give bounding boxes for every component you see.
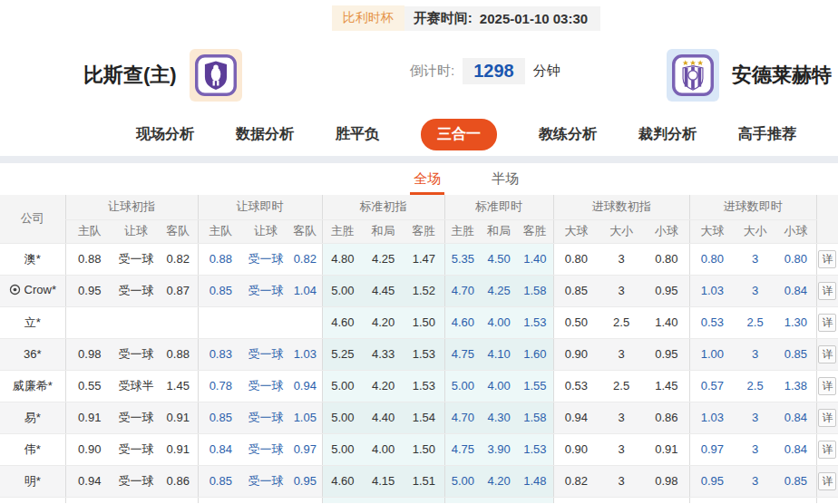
- odds-cell-std_initial-0: 5.25: [322, 338, 363, 370]
- odds-cell-goals_initial-1: 3: [599, 465, 644, 497]
- away-team-badge: [667, 49, 719, 102]
- sub-header-handicap_live-1: 让球: [243, 219, 288, 243]
- odds-cell-handicap_initial-2: 0.87: [159, 275, 198, 306]
- sub-header-std_initial-1: 和局: [363, 219, 404, 243]
- odds-cell-goals_initial-1: 3: [599, 338, 644, 370]
- detail-button[interactable]: 详: [818, 250, 836, 268]
- odds-cell-std_live-1: 4.50: [481, 243, 517, 275]
- sub-header-std_initial-0: 主胜: [322, 219, 363, 243]
- detail-button[interactable]: 详: [818, 345, 836, 363]
- odds-cell-std_live-1: 4.30: [481, 402, 517, 433]
- odds-cell-std_live-2: 1.58: [517, 402, 553, 433]
- odds-cell-handicap_live-1: 受一球: [243, 275, 288, 306]
- nav-tab-2[interactable]: 胜平负: [336, 125, 379, 144]
- nav-tab-0[interactable]: 现场分析: [136, 125, 194, 144]
- odds-row-易*: 易*0.91受一球0.910.85受一球1.055.004.401.544.70…: [0, 402, 838, 433]
- kickoff-value: 2025-01-10 03:30: [480, 11, 588, 26]
- sub-header-handicap_initial-2: 客队: [159, 219, 198, 243]
- odds-cell-handicap_live-0: 0.85: [198, 465, 243, 497]
- odds-cell-goals_live-2: 0.84: [775, 433, 816, 465]
- odds-cell-handicap_initial-1: [113, 306, 159, 338]
- target-icon: [9, 284, 21, 296]
- odds-cell-handicap_initial-0: 0.91: [65, 402, 113, 433]
- odds-cell-handicap_live-0: 0.88: [198, 243, 243, 275]
- match-info-bar: 比利时杯 开赛时间: 2025-01-10 03:30: [0, 0, 838, 36]
- nav-tab-3[interactable]: 三合一: [421, 119, 497, 150]
- odds-cell-handicap_initial-2: 0.82: [159, 243, 198, 275]
- odds-cell-std_initial-2: 1.53: [404, 370, 444, 402]
- odds-cell-handicap_live-0: 0.85: [198, 275, 243, 306]
- odds-cell-std_initial-0: 4.60: [322, 306, 363, 338]
- odds-cell-goals_live-1: 2.5: [735, 370, 775, 402]
- detail-button[interactable]: 详: [818, 377, 836, 395]
- odds-cell-std_live-1: 4.10: [481, 338, 517, 370]
- odds-cell-handicap_initial-0: 0.98: [65, 338, 113, 370]
- detail-cell: 详: [816, 275, 838, 306]
- sub-header-handicap_initial-1: 让球: [113, 219, 159, 243]
- odds-cell-goals_initial-0: 0.94: [553, 402, 599, 433]
- odds-cell-handicap_initial-2: 0.91: [159, 433, 198, 465]
- odds-cell-handicap_initial-0: 0.55: [65, 370, 113, 402]
- odds-cell-std_initial-2: 1.50: [404, 306, 444, 338]
- odds-cell-std_live-0: 5.35: [444, 243, 481, 275]
- detail-button[interactable]: 详: [818, 441, 836, 459]
- nav-tab-5[interactable]: 裁判分析: [638, 125, 697, 144]
- detail-button[interactable]: 详: [818, 472, 836, 490]
- odds-row-伟*: 伟*0.90受一球0.910.84受一球0.975.004.001.504.75…: [0, 433, 838, 465]
- odds-cell-handicap_live-1: 受一球: [243, 243, 288, 275]
- detail-button[interactable]: 详: [818, 314, 836, 332]
- odds-cell-goals_initial-2: 0.95: [644, 338, 689, 370]
- odds-cell-std_initial-0: 4.60: [322, 465, 363, 497]
- odds-cell-std_live-2: 1.48: [517, 465, 553, 497]
- sub-header-handicap_live-0: 主队: [198, 219, 243, 243]
- odds-cell-goals_live-1: 3: [735, 465, 775, 497]
- odds-cell-std_live-0: 4.70: [444, 402, 481, 433]
- odds-cell-std_initial-2: 1.54: [404, 402, 444, 433]
- detail-cell: 详: [816, 243, 838, 275]
- company-name: 36*: [24, 347, 42, 361]
- odds-cell-std_initial-2: 1.51: [404, 465, 444, 497]
- odds-cell-goals_live-1: 3: [735, 275, 775, 306]
- detail-button[interactable]: 详: [818, 282, 836, 300]
- odds-cell-std_initial-0: 5.00: [322, 275, 363, 306]
- odds-cell-goals_initial-0: 0.80: [553, 243, 599, 275]
- odds-cell-std_live-1: 3.90: [481, 433, 517, 465]
- detail-cell: 详: [816, 338, 838, 370]
- col-header-company: 公司: [0, 195, 65, 243]
- sub-header-std_live-2: 客胜: [517, 219, 553, 243]
- odds-cell-handicap_live-2: 1.05: [288, 402, 322, 433]
- tab-full-match[interactable]: 全场: [410, 165, 444, 195]
- odds-cell-goals_initial-2: 1.40: [644, 306, 689, 338]
- detail-button[interactable]: 详: [818, 409, 836, 427]
- odds-cell-std_live-2: 1.53: [517, 433, 553, 465]
- company-name: 易*: [24, 410, 41, 426]
- odds-cell-goals_live-2: 0.84: [775, 275, 816, 306]
- countdown-unit: 分钟: [533, 63, 560, 80]
- detail-cell: 详: [816, 465, 838, 497]
- company-cell: 易*: [0, 402, 65, 433]
- nav-tab-6[interactable]: 高手推荐: [738, 125, 796, 144]
- nav-tab-4[interactable]: 教练分析: [539, 125, 597, 144]
- odds-cell-goals_initial-0: 0.50: [553, 306, 599, 338]
- odds-cell-std_live-1: 4.00: [481, 306, 517, 338]
- tab-half-match[interactable]: 半场: [488, 165, 522, 195]
- odds-cell-std_initial-2: 1.53: [404, 338, 444, 370]
- odds-cell-std_live-2: 1.53: [517, 306, 553, 338]
- countdown: 倒计时: 1298 分钟: [410, 58, 560, 84]
- odds-cell-goals_live-0: 1.03: [689, 275, 735, 306]
- odds-cell-handicap_live-0: 0.84: [198, 433, 243, 465]
- company-cell: 威廉希*: [0, 370, 65, 402]
- detail-cell: 详: [816, 370, 838, 402]
- col-header-detail: [816, 195, 838, 243]
- kickoff-label: 开赛时间:: [414, 10, 473, 27]
- odds-cell-handicap_live-1: 受一球: [243, 433, 288, 465]
- partial-row: [0, 497, 838, 503]
- odds-cell-std_initial-1: 4.20: [363, 306, 404, 338]
- odds-cell-goals_initial-2: 0.91: [644, 433, 689, 465]
- nav-tab-1[interactable]: 数据分析: [236, 125, 294, 144]
- countdown-label: 倒计时:: [410, 63, 454, 80]
- odds-cell-goals_initial-1: 3: [599, 275, 644, 306]
- odds-cell-handicap_initial-1: 受一球: [113, 465, 159, 497]
- company-cell: Crow*: [0, 275, 65, 306]
- odds-row-Crow*: Crow*0.95受一球0.870.85受一球1.045.004.451.524…: [0, 275, 838, 306]
